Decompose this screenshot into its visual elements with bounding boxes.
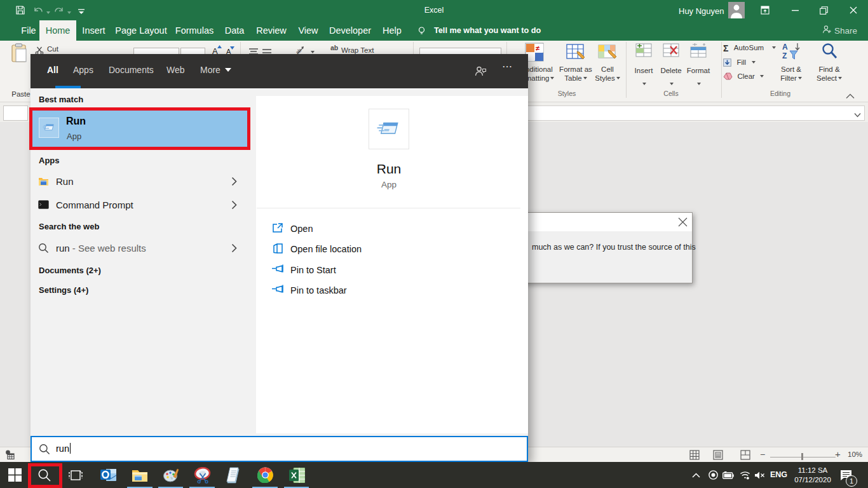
excel-icon[interactable] [281,462,312,488]
search-box-value: run [56,443,71,454]
share-label: Share [834,26,857,36]
tab-home[interactable]: Home [39,20,76,41]
customize-quick-access-icon[interactable] [78,6,85,18]
feedback-user-icon[interactable] [474,65,487,80]
redo-icon[interactable] [54,6,71,17]
show-hidden-icons-button[interactable] [688,462,703,488]
tab-view[interactable]: View [295,20,322,41]
autosum-icon: Σ [723,43,728,53]
command-prompt-icon [38,200,49,212]
options-ellipsis-icon[interactable]: ⋯ [502,60,513,72]
search-tab-more[interactable]: More [200,54,231,86]
zoom-out-button[interactable]: − [760,449,765,459]
zoom-in-button[interactable]: + [835,449,841,459]
avatar[interactable] [728,2,745,18]
save-icon[interactable] [15,5,25,18]
cell-styles-button[interactable]: Cell Styles [588,41,627,99]
section-best-match: Best match [39,95,83,104]
collapse-ribbon-icon[interactable] [846,90,855,102]
search-tab-all[interactable]: All [47,54,58,86]
section-search-web: Search the web [39,222,99,231]
dropdown-arrow-icon [752,61,756,64]
result-web-search[interactable]: run - See web results [31,238,256,259]
tab-developer[interactable]: Developer [328,20,372,41]
minimize-button[interactable] [782,0,808,20]
action-open[interactable]: Open [256,220,528,241]
maximize-button[interactable] [811,0,836,20]
wrap-text-button[interactable]: Wrap Text [341,46,374,54]
annotation-taskbar-search [28,463,62,488]
dialog-close-icon[interactable] [678,217,688,229]
paint-icon[interactable] [156,462,186,488]
tab-formulas[interactable]: Formulas [174,20,215,41]
action-pin-to-taskbar[interactable]: Pin to taskbar [256,281,528,302]
battery-icon[interactable] [720,462,736,488]
cells-group-label: Cells [652,90,690,97]
web-query: run [56,243,70,254]
tell-me-box[interactable]: Tell me what you want to do [434,20,541,41]
file-explorer-icon[interactable] [125,462,155,488]
tab-help[interactable]: Help [379,20,405,41]
task-view-button[interactable] [61,462,90,488]
search-tab-apps[interactable]: Apps [73,54,93,86]
tab-review[interactable]: Review [254,20,288,41]
svg-text:≠: ≠ [536,44,539,52]
snipping-tool-icon[interactable] [187,462,217,488]
tab-page-layout[interactable]: Page Layout [114,20,168,41]
formula-bar-expand-icon[interactable] [854,109,861,120]
page-break-view-icon[interactable] [740,450,750,463]
tab-label: More [200,65,220,75]
dropdown-arrow-icon [616,77,620,79]
tab-insert[interactable]: Insert [79,20,108,41]
name-box[interactable] [3,105,28,121]
macro-record-icon[interactable] [5,450,15,462]
dropdown-arrow-icon [697,83,701,85]
result-label: Command Prompt [56,200,133,210]
zoom-level[interactable]: 10% [848,451,862,458]
result-label: run - See web results [56,243,146,254]
tab-data[interactable]: Data [221,20,248,41]
find-select-button[interactable]: Find & Select [810,41,848,99]
share-button[interactable]: Share [822,20,857,41]
user-name[interactable]: Huy Nguyen [679,6,724,16]
section-settings[interactable]: Settings (4+) [39,285,88,295]
page-layout-view-icon[interactable] [713,450,723,463]
search-box-text: run [56,444,69,454]
search-box-icon [39,444,50,458]
ribbon-group-divider [721,42,722,98]
tab-file[interactable]: File [15,20,43,41]
chevron-right-icon [231,177,237,189]
volume-muted-icon[interactable] [751,462,768,488]
outlook-icon[interactable] [93,462,124,488]
search-tab-documents[interactable]: Documents [109,54,154,86]
autosum-button[interactable]: Σ AutoSum [723,43,776,53]
pin-icon [272,284,284,296]
zoom-slider-handle[interactable] [801,453,803,460]
meet-now-icon[interactable] [705,462,721,488]
taskbar-clock[interactable]: 11:12 SA 07/12/2020 [790,466,835,484]
clear-button[interactable]: Clear [723,71,764,81]
undo-icon[interactable] [33,6,50,17]
result-command-prompt[interactable]: Command Prompt [31,194,256,215]
language-indicator[interactable]: ENG [770,470,787,479]
excel-titlebar: Excel Huy Nguyen [0,0,868,20]
search-input[interactable]: run [31,436,528,463]
fill-button[interactable]: Fill [723,57,756,67]
close-button[interactable] [841,0,866,20]
cut-button[interactable]: Cut [47,45,58,53]
ribbon-display-options-icon[interactable] [752,0,778,20]
chrome-icon[interactable] [250,462,280,488]
normal-view-icon[interactable] [689,450,700,463]
result-run-folder[interactable]: Run [31,172,256,193]
notepad-icon[interactable] [218,462,248,488]
chevron-right-icon [231,200,237,212]
start-button[interactable] [0,462,29,488]
action-open-file-location[interactable]: Open file location [256,241,528,262]
action-pin-to-start[interactable]: Pin to Start [256,261,528,282]
section-documents[interactable]: Documents (2+) [39,266,101,275]
search-tab-web[interactable]: Web [166,54,185,86]
screen: Excel Huy Nguyen File Home Insert Page L… [0,0,868,488]
search-panel-header: All Apps Documents Web More ⋯ [31,54,528,88]
wrap-text-icon: ab [330,44,338,51]
run-app-icon [376,116,402,142]
